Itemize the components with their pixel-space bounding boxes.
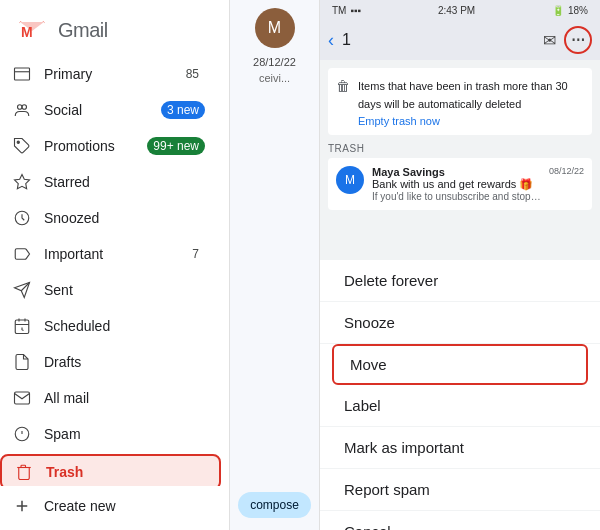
inbox-icon <box>12 64 32 84</box>
people-icon <box>12 100 32 120</box>
svg-marker-6 <box>15 175 30 189</box>
trash-notice: 🗑 Items that have been in trash more tha… <box>328 68 592 135</box>
sidebar-item-social-badge: 3 new <box>161 101 205 119</box>
time-text: 2:43 PM <box>438 5 475 16</box>
trash-notice-icon: 🗑 <box>336 78 350 94</box>
sidebar-item-primary-badge: 85 <box>180 65 205 83</box>
menu-item-delete-forever[interactable]: Delete forever <box>320 260 600 302</box>
sidebar-item-all-mail-label: All mail <box>44 390 205 406</box>
sidebar-item-snoozed-label: Snoozed <box>44 210 205 226</box>
sidebar-item-snoozed[interactable]: Snoozed <box>0 200 221 236</box>
svg-text:M: M <box>21 24 33 40</box>
sidebar-item-drafts-label: Drafts <box>44 354 205 370</box>
sidebar-item-important-label: Important <box>44 246 174 262</box>
gmail-title: Gmail <box>58 19 108 42</box>
svg-point-4 <box>22 105 27 110</box>
schedule-icon <box>12 316 32 336</box>
svg-point-5 <box>17 141 19 143</box>
email-date: 08/12/22 <box>549 166 584 176</box>
menu-item-mark-important[interactable]: Mark as important <box>320 427 600 469</box>
trash-section-label: TRASH <box>328 143 592 154</box>
menu-item-report-spam[interactable]: Report spam <box>320 469 600 511</box>
email-sender: Maya Savings <box>372 166 541 178</box>
trash-icon <box>14 462 34 482</box>
sidebar-item-important-badge: 7 <box>186 245 205 263</box>
menu-item-label[interactable]: Label <box>320 385 600 427</box>
sidebar-item-sent-label: Sent <box>44 282 205 298</box>
context-menu: Delete forever Snooze Move Label Mark as… <box>320 260 600 530</box>
mobile-email-area: 🗑 Items that have been in trash more tha… <box>320 60 600 260</box>
signal-icon: ▪▪▪ <box>350 5 361 16</box>
avatar: M <box>255 8 295 48</box>
star-icon <box>12 172 32 192</box>
battery-icon: 🔋 <box>552 5 564 16</box>
sidebar-item-important[interactable]: Important 7 <box>0 236 221 272</box>
status-right: 🔋 18% <box>552 5 588 16</box>
sidebar-item-all-mail[interactable]: All mail <box>0 380 221 416</box>
trash-notice-text: Items that have been in trash more than … <box>358 76 584 127</box>
empty-trash-link[interactable]: Empty trash now <box>358 115 584 127</box>
send-icon <box>12 280 32 300</box>
sidebar: M Gmail Primary 85 Social 3 new Promotio… <box>0 0 230 530</box>
sidebar-item-starred-label: Starred <box>44 174 205 190</box>
draft-icon <box>12 352 32 372</box>
status-left: TM ▪▪▪ <box>332 5 361 16</box>
email-subject: Bank with us and get rewards 🎁 <box>372 178 541 191</box>
menu-item-cancel[interactable]: Cancel <box>320 511 600 530</box>
sidebar-item-social[interactable]: Social 3 new <box>0 92 221 128</box>
email-preview: If you'd like to unsubscribe and stop re… <box>372 191 541 202</box>
create-new-label: Create new <box>44 498 116 514</box>
clock-icon <box>12 208 32 228</box>
gmail-logo: M <box>16 14 48 46</box>
sidebar-item-promotions[interactable]: Promotions 99+ new <box>0 128 221 164</box>
mobile-status-bar: TM ▪▪▪ 2:43 PM 🔋 18% <box>320 0 600 20</box>
menu-item-snooze[interactable]: Snooze <box>320 302 600 344</box>
email-info: Maya Savings Bank with us and get reward… <box>372 166 541 202</box>
compose-button[interactable]: compose <box>238 492 311 518</box>
sidebar-item-promotions-badge: 99+ new <box>147 137 205 155</box>
sidebar-item-trash-label: Trash <box>46 464 203 480</box>
sidebar-item-scheduled-label: Scheduled <box>44 318 205 334</box>
move-label: Move <box>350 356 387 373</box>
sidebar-item-sent[interactable]: Sent <box>0 272 221 308</box>
mobile-count: 1 <box>342 31 351 49</box>
nav-items: Primary 85 Social 3 new Promotions 99+ n… <box>0 56 229 486</box>
sidebar-item-promotions-label: Promotions <box>44 138 135 154</box>
mobile-back-button[interactable]: ‹ <box>328 30 334 51</box>
sidebar-item-spam[interactable]: Spam <box>0 416 221 452</box>
carrier-text: TM <box>332 5 346 16</box>
svg-point-3 <box>18 105 23 110</box>
mobile-email-item[interactable]: M Maya Savings Bank with us and get rewa… <box>328 158 592 210</box>
sidebar-item-primary[interactable]: Primary 85 <box>0 56 221 92</box>
sidebar-item-social-label: Social <box>44 102 149 118</box>
svg-rect-10 <box>15 320 29 334</box>
middle-panel: M 28/12/22 ceivi... compose <box>230 0 320 530</box>
label-icon <box>12 244 32 264</box>
spam-icon <box>12 424 32 444</box>
mobile-toolbar: ‹ 1 ✉ ⋯ <box>320 20 600 60</box>
mobile-mail-icon: ✉ <box>543 31 556 50</box>
battery-text: 18% <box>568 5 588 16</box>
middle-date: 28/12/22 <box>253 56 296 68</box>
svg-rect-2 <box>15 68 30 80</box>
middle-preview: ceivi... <box>255 72 294 84</box>
sidebar-header: M Gmail <box>0 0 229 56</box>
sidebar-item-trash[interactable]: Trash <box>0 454 221 486</box>
create-new-button[interactable]: Create new <box>0 486 229 530</box>
email-avatar: M <box>336 166 364 194</box>
sidebar-item-drafts[interactable]: Drafts <box>0 344 221 380</box>
menu-item-move[interactable]: Move <box>332 344 588 385</box>
right-panel: TM ▪▪▪ 2:43 PM 🔋 18% ‹ 1 ✉ ⋯ 🗑 Items tha… <box>320 0 600 530</box>
plus-icon <box>12 496 32 516</box>
tag-icon <box>12 136 32 156</box>
compose-area: compose <box>238 84 311 530</box>
trash-notice-title: Items that have been in trash more than … <box>358 80 568 110</box>
all-mail-icon <box>12 388 32 408</box>
sidebar-item-starred[interactable]: Starred <box>0 164 221 200</box>
mobile-more-button[interactable]: ⋯ <box>564 26 592 54</box>
sidebar-item-spam-label: Spam <box>44 426 205 442</box>
sidebar-item-primary-label: Primary <box>44 66 168 82</box>
sidebar-item-scheduled[interactable]: Scheduled <box>0 308 221 344</box>
